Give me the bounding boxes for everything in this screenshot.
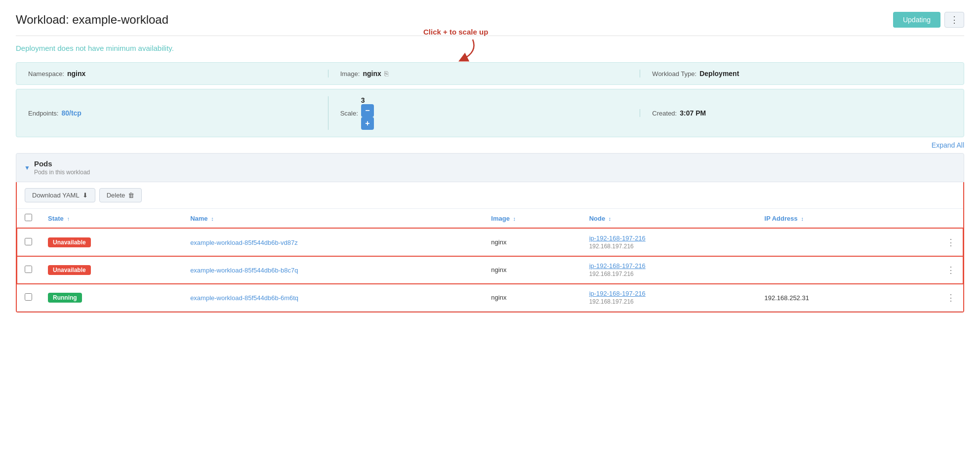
row-image-cell: nginx <box>483 284 581 312</box>
row-ip-cell <box>757 228 903 256</box>
pods-table-container: Download YAML ⬇ Delete 🗑 State <box>16 182 964 312</box>
row-checkbox[interactable] <box>25 266 32 273</box>
status-badge: Unavailable <box>48 237 91 247</box>
scale-controls: Click + to scale up 3 − + <box>361 96 374 130</box>
row-more-icon[interactable]: ⋮ <box>946 293 955 303</box>
col-name[interactable]: Name ↕ <box>182 209 483 228</box>
row-checkbox[interactable] <box>25 293 32 301</box>
endpoints-value[interactable]: 80/tcp <box>61 109 81 117</box>
scale-label: Scale: <box>340 110 358 117</box>
col-name-label: Name <box>190 215 207 222</box>
pods-section: ▼ Pods Pods in this workload Download YA… <box>16 153 964 312</box>
collapse-triangle-icon[interactable]: ▼ <box>24 164 30 171</box>
col-state[interactable]: State ↑ <box>40 209 182 228</box>
select-all-checkbox[interactable] <box>25 214 32 221</box>
row-checkbox-cell <box>17 228 40 256</box>
page-title: Workload: example-workload <box>16 13 168 27</box>
delete-button[interactable]: Delete 🗑 <box>99 188 142 202</box>
scale-up-button[interactable]: + <box>361 117 374 130</box>
col-actions <box>903 209 963 228</box>
created-cell: Created: 3:07 PM <box>640 109 952 117</box>
row-state-cell: Unavailable <box>40 228 182 256</box>
warning-text: Deployment does not have minimum availab… <box>16 44 174 52</box>
node-link[interactable]: ip-192-168-197-216 <box>589 234 749 242</box>
header-actions: Updating ⋮ <box>893 12 964 28</box>
expand-all-link[interactable]: Expand All <box>932 141 964 149</box>
namespace-label: Namespace: <box>28 70 64 78</box>
col-ip-label: IP Address <box>765 215 798 222</box>
row-more-icon[interactable]: ⋮ <box>946 237 955 247</box>
endpoints-label: Endpoints: <box>28 110 58 117</box>
state-sort-icon[interactable]: ↑ <box>67 216 70 222</box>
col-ip[interactable]: IP Address ↕ <box>757 209 903 228</box>
pods-section-subtitle: Pods in this workload <box>34 169 90 176</box>
pods-table: State ↑ Name ↕ Image ↕ Node <box>17 209 963 312</box>
row-image-cell: nginx <box>483 256 581 284</box>
scale-value: 3 <box>361 96 365 104</box>
delete-label: Delete <box>107 192 125 199</box>
row-actions-cell[interactable]: ⋮ <box>903 228 963 256</box>
node-link[interactable]: ip-192-168-197-216 <box>589 262 749 270</box>
col-node[interactable]: Node ↕ <box>581 209 757 228</box>
download-yaml-button[interactable]: Download YAML ⬇ <box>25 188 95 202</box>
download-yaml-label: Download YAML <box>32 192 80 199</box>
col-state-label: State <box>48 215 64 222</box>
row-actions-cell[interactable]: ⋮ <box>903 284 963 312</box>
info-row-2: Endpoints: 80/tcp Scale: Click + to scal… <box>16 89 964 137</box>
row-name-cell: example-workload-85f544db6b-6m6tq <box>182 284 483 312</box>
pods-section-title-group: Pods Pods in this workload <box>34 159 90 176</box>
row-checkbox-cell <box>17 256 40 284</box>
scale-cell: Scale: Click + to scale up 3 − <box>328 96 640 130</box>
row-name-cell: example-workload-85f544db6b-vd87z <box>182 228 483 256</box>
table-row: Running example-workload-85f544db6b-6m6t… <box>17 284 963 312</box>
name-sort-icon[interactable]: ↕ <box>211 216 214 222</box>
created-label: Created: <box>652 110 677 117</box>
page-header: Workload: example-workload Updating ⋮ <box>16 12 964 36</box>
row-state-cell: Running <box>40 284 182 312</box>
col-image[interactable]: Image ↕ <box>483 209 581 228</box>
status-badge: Running <box>48 293 82 303</box>
pods-tbody: Unavailable example-workload-85f544db6b-… <box>17 228 963 312</box>
workload-type-value: Deployment <box>699 70 739 78</box>
select-all-col <box>17 209 40 228</box>
status-badge: Unavailable <box>48 265 91 275</box>
row-state-cell: Unavailable <box>40 256 182 284</box>
info-row-1: Namespace: nginx Image: nginx ⎘ Workload… <box>16 62 964 85</box>
endpoints-cell: Endpoints: 80/tcp <box>28 109 328 117</box>
trash-icon: 🗑 <box>128 192 134 199</box>
row-more-icon[interactable]: ⋮ <box>946 265 955 275</box>
node-link[interactable]: ip-192-168-197-216 <box>589 290 749 297</box>
workload-type-label: Workload Type: <box>652 70 696 78</box>
download-icon: ⬇ <box>82 192 88 199</box>
more-options-button[interactable]: ⋮ <box>944 12 964 28</box>
table-head: State ↑ Name ↕ Image ↕ Node <box>17 209 963 228</box>
updating-button[interactable]: Updating <box>893 12 940 28</box>
row-image-cell: nginx <box>483 228 581 256</box>
scale-down-button[interactable]: − <box>361 104 374 117</box>
col-image-label: Image <box>491 215 510 222</box>
node-ip: 192.168.197.216 <box>589 243 634 250</box>
node-ip: 192.168.197.216 <box>589 271 634 277</box>
table-row: Unavailable example-workload-85f544db6b-… <box>17 256 963 284</box>
row-ip-cell: 192.168.252.31 <box>757 284 903 312</box>
row-node-cell: ip-192-168-197-216 192.168.197.216 <box>581 284 757 312</box>
image-sort-icon[interactable]: ↕ <box>513 216 516 222</box>
table-toolbar: Download YAML ⬇ Delete 🗑 <box>17 182 963 209</box>
row-node-cell: ip-192-168-197-216 192.168.197.216 <box>581 256 757 284</box>
row-actions-cell[interactable]: ⋮ <box>903 256 963 284</box>
pods-section-title: Pods <box>34 159 52 168</box>
ip-sort-icon[interactable]: ↕ <box>801 216 804 222</box>
row-checkbox[interactable] <box>25 238 32 245</box>
image-cell: Image: nginx ⎘ <box>328 70 640 78</box>
pod-name-link[interactable]: example-workload-85f544db6b-vd87z <box>190 239 298 246</box>
pod-name-link[interactable]: example-workload-85f544db6b-b8c7q <box>190 267 298 274</box>
table-row: Unavailable example-workload-85f544db6b-… <box>17 228 963 256</box>
namespace-cell: Namespace: nginx <box>28 70 328 78</box>
copy-icon[interactable]: ⎘ <box>384 70 388 78</box>
node-ip: 192.168.197.216 <box>589 298 634 305</box>
pod-name-link[interactable]: example-workload-85f544db6b-6m6tq <box>190 294 298 302</box>
image-value: nginx <box>363 70 381 78</box>
node-sort-icon[interactable]: ↕ <box>609 216 612 222</box>
row-node-cell: ip-192-168-197-216 192.168.197.216 <box>581 228 757 256</box>
pods-section-header: ▼ Pods Pods in this workload <box>16 153 964 182</box>
